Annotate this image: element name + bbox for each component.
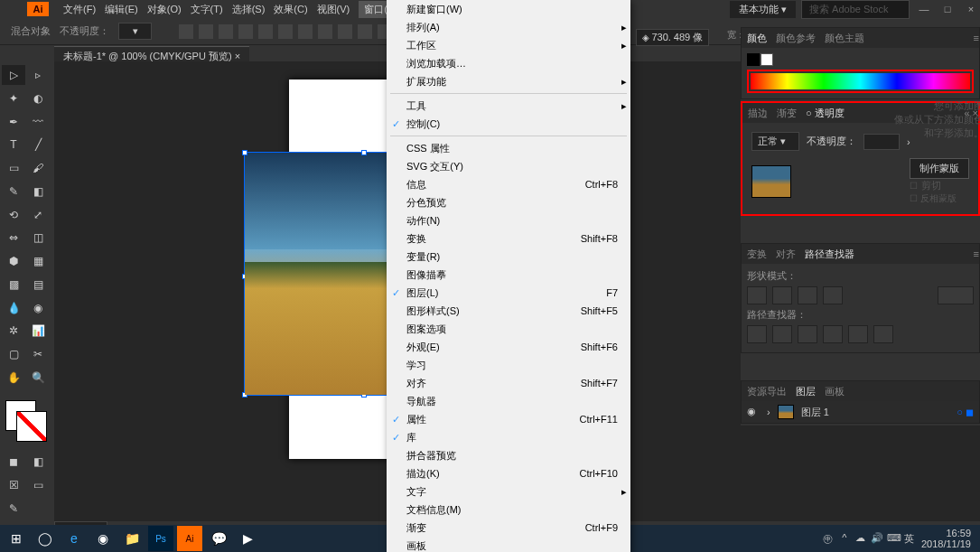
tray-keyboard-icon[interactable]: ⌨ bbox=[887, 532, 900, 546]
menu-item[interactable]: 画板 bbox=[387, 537, 630, 552]
tab-stroke[interactable]: 描边 bbox=[748, 107, 768, 120]
close-icon[interactable]: × bbox=[962, 4, 980, 14]
opacity-dropdown[interactable]: ▾ bbox=[118, 23, 152, 40]
minimize-icon[interactable]: — bbox=[915, 4, 933, 14]
tab-color-theme[interactable]: 颜色主题 bbox=[825, 32, 864, 45]
screen-mode[interactable]: ▭ bbox=[26, 475, 50, 495]
panel-menu-icon[interactable]: ≡ bbox=[974, 33, 979, 43]
menu-item[interactable]: 库 bbox=[387, 428, 630, 446]
eraser-tool[interactable]: ◧ bbox=[26, 182, 50, 201]
menu-item[interactable]: 图案选项 bbox=[387, 320, 630, 338]
color-spectrum[interactable] bbox=[751, 73, 970, 89]
maximize-icon[interactable]: □ bbox=[938, 4, 957, 14]
clip-checkbox[interactable]: ☐ 剪切 bbox=[910, 179, 969, 192]
start-icon[interactable]: ⊞ bbox=[4, 526, 29, 551]
layer-name[interactable]: 图层 1 bbox=[801, 406, 829, 419]
menu-item[interactable]: 渐变Ctrl+F9 bbox=[387, 519, 630, 537]
menu-item[interactable]: 拼合器预览 bbox=[387, 446, 630, 464]
mesh-tool[interactable]: ▩ bbox=[2, 275, 25, 295]
tab-asset-export[interactable]: 资源导出 bbox=[747, 385, 787, 398]
trim-button[interactable] bbox=[772, 325, 792, 343]
tab-layers[interactable]: 图层 bbox=[796, 385, 816, 398]
expand-button[interactable] bbox=[938, 286, 974, 304]
expand-icon[interactable]: › bbox=[767, 407, 770, 417]
menu-file[interactable]: 文件(F) bbox=[63, 3, 96, 16]
curvature-tool[interactable]: 〰 bbox=[26, 112, 50, 132]
outline-button[interactable] bbox=[848, 325, 868, 343]
menu-item[interactable]: 变换Shift+F8 bbox=[387, 229, 630, 248]
explorer-icon[interactable]: 📁 bbox=[119, 526, 145, 551]
visibility-icon[interactable]: ◉ bbox=[747, 406, 760, 418]
panel-menu-icon[interactable]: ≡ bbox=[974, 248, 979, 259]
menu-object[interactable]: 对象(O) bbox=[147, 3, 182, 16]
minus-front-button[interactable] bbox=[772, 286, 792, 304]
clock[interactable]: 16:592018/11/19 bbox=[921, 528, 976, 549]
menu-item[interactable]: 文字 bbox=[387, 482, 630, 501]
eyedropper-tool[interactable]: 💧 bbox=[2, 298, 25, 318]
tab-color[interactable]: 颜色 bbox=[747, 32, 767, 45]
invert-mask-checkbox[interactable]: ☐ 反相蒙版 bbox=[910, 192, 969, 205]
media-icon[interactable]: ▶ bbox=[235, 526, 260, 551]
tab-transform[interactable]: 变换 bbox=[747, 248, 767, 261]
divide-button[interactable] bbox=[747, 325, 767, 343]
direct-select-tool[interactable]: ▹ bbox=[26, 65, 50, 85]
pen-tool[interactable]: ✒ bbox=[2, 112, 25, 132]
wechat-icon[interactable]: 💬 bbox=[206, 526, 231, 551]
chrome-icon[interactable]: ◉ bbox=[90, 526, 116, 551]
menu-item[interactable]: 控制(C) bbox=[387, 115, 630, 133]
intersect-button[interactable] bbox=[798, 286, 817, 304]
tab-artboards[interactable]: 画板 bbox=[825, 385, 845, 398]
menu-item[interactable]: 工作区 bbox=[387, 36, 630, 54]
cortana-icon[interactable]: ◯ bbox=[33, 526, 58, 551]
menu-item[interactable]: 文档信息(M) bbox=[387, 501, 630, 519]
symbol-tool[interactable]: ✲ bbox=[2, 321, 25, 341]
tab-pathfinder[interactable]: 路径查找器 bbox=[805, 248, 854, 261]
shaper-tool[interactable]: ✎ bbox=[2, 182, 25, 201]
perspective-tool[interactable]: ▦ bbox=[26, 251, 50, 271]
menu-item[interactable]: SVG 交互(Y) bbox=[387, 157, 630, 175]
menu-select[interactable]: 选择(S) bbox=[232, 3, 266, 16]
make-mask-button[interactable]: 制作蒙版 bbox=[910, 158, 969, 179]
edit-mode[interactable]: ✎ bbox=[2, 499, 25, 519]
menu-item[interactable]: 新建窗口(W) bbox=[387, 0, 630, 18]
minus-back-button[interactable] bbox=[873, 325, 893, 343]
none-mode[interactable]: ☒ bbox=[2, 475, 25, 495]
align-icons[interactable] bbox=[179, 24, 412, 39]
exclude-button[interactable] bbox=[823, 286, 843, 304]
rotate-tool[interactable]: ⟲ bbox=[2, 205, 25, 225]
transparency-thumb[interactable] bbox=[751, 165, 791, 198]
tab-color-guide[interactable]: 颜色参考 bbox=[776, 32, 816, 45]
magic-wand-tool[interactable]: ✦ bbox=[2, 89, 25, 108]
menu-item[interactable]: 图像描摹 bbox=[387, 266, 630, 284]
menu-item[interactable]: 对齐Shift+F7 bbox=[387, 374, 630, 392]
menu-item[interactable]: 学习 bbox=[387, 356, 630, 374]
menu-item[interactable]: 外观(E)Shift+F6 bbox=[387, 338, 630, 356]
unite-button[interactable] bbox=[747, 286, 767, 304]
artboard-tool[interactable]: ▢ bbox=[2, 344, 25, 364]
free-transform-tool[interactable]: ◫ bbox=[26, 228, 50, 248]
menu-item[interactable]: 图层(L)F7 bbox=[387, 284, 630, 302]
color-mode[interactable]: ◼ bbox=[2, 452, 25, 472]
menu-item[interactable]: 分色预览 bbox=[387, 193, 630, 211]
tab-align[interactable]: 对齐 bbox=[776, 248, 796, 261]
tray-lang-icon[interactable]: 英 bbox=[903, 532, 916, 546]
blend-tool[interactable]: ◉ bbox=[26, 298, 50, 318]
edge-icon[interactable]: e bbox=[61, 526, 87, 551]
brush-tool[interactable]: 🖌 bbox=[26, 158, 50, 178]
graph-tool[interactable]: 📊 bbox=[26, 321, 50, 341]
rectangle-tool[interactable]: ▭ bbox=[2, 158, 25, 178]
gradient-tool[interactable]: ▤ bbox=[26, 275, 50, 295]
tab-gradient[interactable]: 渐变 bbox=[777, 107, 797, 120]
shape-builder-tool[interactable]: ⬢ bbox=[2, 251, 25, 271]
menu-item[interactable]: 信息Ctrl+F8 bbox=[387, 175, 630, 193]
photoshop-icon[interactable]: Ps bbox=[148, 526, 173, 551]
menu-item[interactable]: 图形样式(S)Shift+F5 bbox=[387, 302, 630, 320]
menu-item[interactable]: 描边(K)Ctrl+F10 bbox=[387, 464, 630, 482]
workspace-switcher[interactable]: 基本功能 ▾ bbox=[730, 1, 796, 18]
menu-item[interactable]: 导航器 bbox=[387, 392, 630, 410]
tray-volume-icon[interactable]: 🔊 bbox=[871, 532, 883, 546]
illustrator-icon[interactable]: Ai bbox=[177, 526, 202, 551]
slice-tool[interactable]: ✂ bbox=[26, 344, 50, 364]
hand-tool[interactable]: ✋ bbox=[2, 368, 25, 388]
menu-item[interactable]: 工具 bbox=[387, 97, 630, 115]
